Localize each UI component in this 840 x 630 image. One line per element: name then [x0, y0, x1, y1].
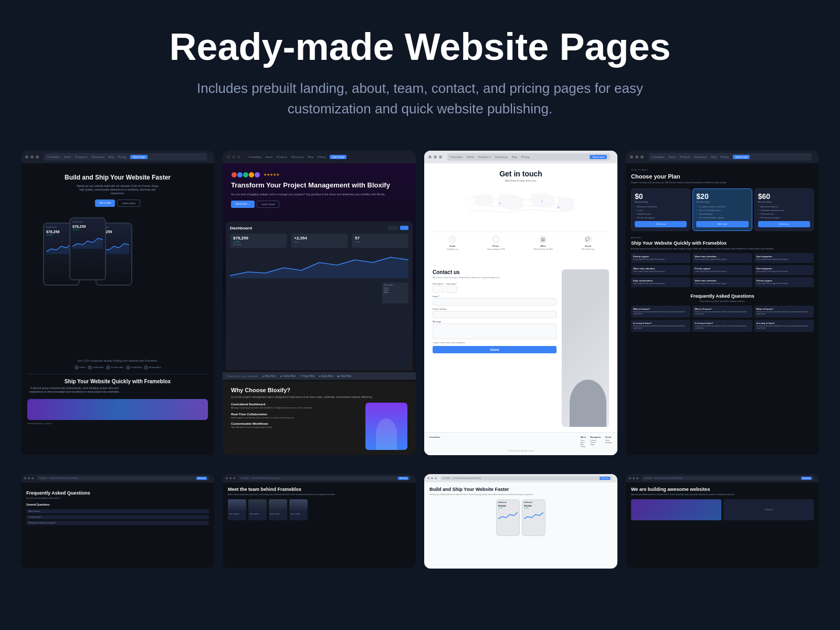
feature-fast-int-2: Fast integration Frame support Frame sup…	[754, 265, 814, 275]
hero-subtitle: Includes prebuilt landing, about, team, …	[184, 78, 656, 119]
browser-dot-2b	[232, 155, 235, 159]
price-btn-standard[interactable]: Get it now	[696, 221, 748, 227]
feature-share-cal-3: Share team calendars Frame support Frame…	[692, 277, 752, 287]
card1-footer-label: Prebuilt Sections, Layouts	[27, 422, 208, 425]
feature-priority-3: Priority support Frame support Frame sup…	[754, 277, 814, 287]
ship-section: About Blox Ship Your Website Quickly wit…	[631, 236, 814, 287]
email-field[interactable]	[433, 298, 556, 306]
hero-section: Ready-made Website Pages Includes prebui…	[0, 0, 840, 140]
price-btn-free[interactable]: Get it now	[635, 221, 687, 227]
feature-priority-2: Priority support Frame support Frame sup…	[692, 265, 752, 275]
dashboard-stats: $78,259 +1,567 overview +2,354 total 57	[230, 234, 408, 248]
faq-item-3: What is Frames? Frames is an innovative …	[754, 306, 814, 318]
faq-item-4: Is it easy to learn? Frames is an innova…	[631, 320, 690, 332]
card2-browser-content: ★★★★★ Transform Your Project Management …	[223, 163, 416, 455]
contact-methods: ✉ Email hello@blox.com ☎ Phone Call us w…	[433, 232, 609, 254]
browser-dot-red	[25, 155, 28, 159]
price-btn-pro[interactable]: Get it now	[758, 221, 810, 227]
cu-sub: We'd love to hear from you. Please fill …	[433, 276, 556, 279]
bottom-content-2: Meet the team behind Frameblox A diverse…	[223, 482, 416, 569]
card4-browser-content: Our Plans Choose your Plan Explore our p…	[626, 163, 819, 455]
browser-dot-2c	[237, 155, 240, 159]
bc1-sub: If you have any other questions, please …	[26, 498, 209, 500]
why-section: Why Choose Bloxify? Go-to the project ma…	[223, 382, 416, 455]
browser-nav-3: Frameblox Home Products ▾ Resources Blog…	[447, 153, 610, 161]
hero-title: Ready-made Website Pages	[52, 26, 788, 68]
feature-easy-custom: Easy customization Frame support Frame s…	[631, 277, 690, 287]
contact-social: 💬 Social Office Twitter Page	[581, 235, 594, 250]
bc4-title: We are building awesome websites	[631, 487, 814, 492]
contact-photo	[562, 269, 609, 427]
why-items: Centralized Dashboard Manage everything …	[231, 403, 361, 450]
card2-sub: Are you tired of juggling multiple tools…	[231, 193, 407, 196]
card2-headline: Transform Your Project Management with B…	[231, 181, 407, 190]
svg-marker-3	[230, 257, 408, 278]
why-image	[365, 403, 407, 450]
card1-join-text: Join 1,000 companies already building th…	[27, 359, 208, 362]
faq-item-6: Is it easy to learn? Frames is an innova…	[754, 320, 814, 332]
message-field[interactable]	[433, 323, 556, 339]
contact-phone: ☎ Phone Call us weekdays 9-5 PM	[487, 235, 505, 250]
brand-logos: ● Ultra Blox ● Frame Blox ✕ Hype Blox ● …	[262, 374, 351, 377]
contact-us-section: Contact us We'd love to hear from you. P…	[424, 264, 617, 432]
card1-cta-secondary[interactable]: Learn more	[117, 200, 140, 207]
feature-share-calendars-2: Share team calendars Frame support Frame…	[631, 265, 690, 275]
world-map	[433, 186, 609, 228]
bottom-content-4: We are building awesome websites Speed u…	[626, 482, 819, 569]
bottom-card-4: Frameblox Home Products Resources Blog P…	[626, 474, 819, 569]
card1-bottom-desc: A diverse group of passionate profession…	[27, 386, 122, 394]
feature-priority-support: Priority support Frame support Frame sup…	[631, 253, 690, 263]
faq-title: Frequently Asked Questions	[631, 293, 814, 299]
why-sub: Go-to the project management app is desi…	[231, 395, 407, 398]
browser-bar-2: Frameblox Home Products Resources Blog P…	[223, 151, 416, 163]
browser-nav-1: Frameblox Home Products ▾ Resources Blog…	[44, 153, 207, 161]
bc3-title: Build and Ship Your Website Faster	[429, 487, 612, 492]
card1-sub: Speed up your website build with our ult…	[76, 184, 160, 195]
price-card-pro: $60 Monthly billing Advanced features Un…	[754, 188, 814, 231]
bc2-title: Meet the team behind Frameblox	[228, 487, 411, 492]
cu-title: Contact us	[433, 269, 556, 275]
screenshot-card-4: Frameblox Home Products Resources Blog P…	[626, 151, 819, 455]
browser-dot-yellow	[30, 155, 34, 159]
screenshot-card-2: Frameblox Home Products Resources Blog P…	[223, 151, 416, 455]
contact-form: Contact us We'd love to hear from you. P…	[433, 269, 556, 427]
bottom-browser-bar-4: Frameblox Home Products Resources Blog P…	[626, 474, 819, 482]
card2-cta-secondary[interactable]: Learn more	[257, 201, 280, 208]
card1-cta-primary[interactable]: Get it now	[95, 200, 116, 207]
bc2-sub: A diverse group of passionate profession…	[228, 494, 411, 496]
first-name-field[interactable]	[433, 286, 444, 293]
bottom-card-2: Frameblox Home Products Resources Blog P…	[223, 474, 416, 569]
faq-section: Frequently Asked Questions If you have a…	[631, 293, 814, 332]
ship-eyebrow: About Blox	[631, 236, 814, 239]
trusted-bar: Trusted by 50+ Teams Worldwide ● Ultra B…	[223, 372, 416, 380]
price-card-standard: $20 Monthly billing Complete access to a…	[692, 188, 752, 231]
card1-browser-content: Build and Ship Your Website Faster Speed…	[21, 163, 214, 455]
card1-headline: Build and Ship Your Website Faster	[65, 174, 171, 182]
bc3-sub: Speed up your website build with our ult…	[429, 494, 612, 496]
feature-fast-integration: Fast integration Frame support Frame sup…	[754, 253, 814, 263]
card2-dashboard: Dashboard $78,259 +1,567 overview	[226, 222, 413, 370]
git-title: Get in touch	[433, 170, 609, 178]
browser-dot-2a	[227, 155, 230, 159]
browser-dot-green	[36, 155, 39, 159]
submit-button[interactable]: Submit	[433, 346, 556, 353]
card1-bottom-title: Ship Your Website Quickly with Frameblox	[27, 379, 208, 384]
phone-field[interactable]	[433, 311, 556, 318]
pricing-title: Choose your Plan	[631, 173, 814, 180]
feature-team-calendars: Share team calendars Frame support Frame…	[692, 253, 752, 263]
card1-buttons: Get it now Learn more	[95, 200, 140, 207]
bottom-browser-bar-2: Frameblox Home Products Resources Blog P…	[223, 474, 416, 482]
faq-item-2: What is Frames? Frames is an innovative …	[692, 306, 752, 318]
bottom-card-1: Frameblox Home Products Resources Blog P…	[21, 474, 214, 569]
pricing-section: Our Plans Choose your Plan Explore our p…	[631, 169, 814, 231]
bottom-card-3: Frameblox Home Products Resources Blog P…	[424, 474, 617, 569]
ship-title: Ship Your Website Quickly with Frameblox	[631, 240, 814, 246]
stars: ★★★★★	[264, 173, 279, 177]
card2-cta-primary[interactable]: Get it now →	[231, 201, 255, 208]
bc1-badge: General Questions	[26, 503, 209, 506]
get-in-touch-section: Get in touch We'd love to hear from you.	[424, 163, 617, 264]
last-name-field[interactable]	[446, 286, 457, 293]
card3-browser-content: Get in touch We'd love to hear from you.	[424, 163, 617, 455]
ship-desc: A diverse group of passionate profession…	[631, 247, 814, 250]
bc4-sub: Speed up your website build with our ult…	[631, 494, 814, 496]
